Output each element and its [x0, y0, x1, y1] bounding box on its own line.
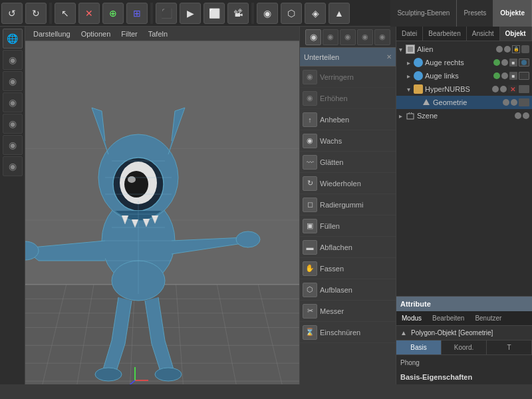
move-x-button[interactable]: ✕: [78, 3, 100, 24]
select-button[interactable]: ↖: [55, 3, 76, 24]
attr-tab-bearbeiten[interactable]: Bearbeiten: [427, 311, 469, 325]
geometrie-label: Geometrie: [433, 98, 503, 106]
menu-tafeln[interactable]: Tafeln: [143, 29, 173, 39]
alien-vis-2[interactable]: [504, 46, 511, 53]
sculpt-btn-4[interactable]: ◉: [357, 29, 373, 45]
geometrie-tag[interactable]: [519, 98, 529, 106]
radiergummi-button[interactable]: ◻ Radiergummi: [300, 194, 396, 215]
auge-rechts-vis-gray[interactable]: [501, 59, 508, 66]
prop-tab-basis[interactable]: Basis: [396, 340, 442, 354]
einschnueren-button[interactable]: ⌛ Einschnüren: [300, 322, 396, 343]
tree-expand-auge-rechts[interactable]: ▸: [407, 59, 414, 66]
hypernurbs-label: HyperNURBS: [425, 85, 492, 93]
tree-item-hypernurbs[interactable]: ▾ HyperNURBS ✕: [396, 82, 532, 96]
szene-label: Szene: [417, 112, 515, 120]
fassen-button[interactable]: ✋ Fassen: [300, 258, 396, 279]
auge-links-vis-gray[interactable]: [501, 72, 508, 79]
sculpt-btn-2[interactable]: ◉: [323, 29, 338, 45]
glaetten-button[interactable]: 〰 Glätten: [300, 152, 396, 173]
datei-menu[interactable]: Datei: [396, 27, 423, 41]
verringern-button[interactable]: ◉ Verringern: [300, 66, 396, 88]
tree-item-szene[interactable]: ▸ Szene: [396, 109, 532, 122]
sculpt-btn-3[interactable]: ◉: [340, 29, 356, 45]
move-z-button[interactable]: ⊞: [126, 3, 148, 24]
tree-expand-szene[interactable]: ▸: [399, 112, 406, 120]
cube-button[interactable]: ⬛: [156, 3, 177, 24]
nurbs-button[interactable]: ⬡: [281, 3, 302, 24]
object-tree: ▾ Alien 🔒 ▸ Auge rechts: [396, 41, 532, 296]
tree-item-auge-links[interactable]: ▸ Auge links ■: [396, 69, 532, 82]
auge-links-tag[interactable]: [519, 72, 529, 80]
menu-filter[interactable]: Filter: [116, 29, 142, 39]
tool-2[interactable]: ◉: [3, 50, 23, 70]
attr-phong-label: Phong: [400, 359, 420, 366]
sculpting-ebenen-tab[interactable]: Sculpting-Ebenen: [390, 0, 457, 27]
auge-rechts-vis-green[interactable]: [493, 59, 500, 66]
render-button[interactable]: 📽: [227, 3, 249, 24]
svg-point-24: [236, 231, 260, 247]
aufblasen-label: Aufblasen: [320, 286, 352, 294]
tree-expand-alien[interactable]: ▾: [399, 46, 406, 53]
sculpt-btn-5[interactable]: ◉: [374, 29, 390, 45]
tree-item-geometrie[interactable]: Geometrie: [396, 96, 532, 109]
alien-tag-icon[interactable]: [521, 45, 529, 53]
prop-tab-koord[interactable]: Koord.: [442, 340, 487, 354]
fuellen-button[interactable]: ▣ Füllen: [300, 215, 396, 237]
play-button[interactable]: ▶: [180, 3, 201, 24]
wiederholen-icon: ↻: [303, 176, 317, 191]
menu-optionen[interactable]: Optionen: [76, 29, 116, 39]
taper-button[interactable]: ▲: [329, 3, 350, 24]
auge-rechts-tag[interactable]: [519, 59, 529, 66]
undo-button[interactable]: ↺: [1, 3, 23, 24]
alien-vis-1[interactable]: [496, 46, 503, 53]
tool-5[interactable]: ◉: [3, 114, 23, 134]
frame-button[interactable]: ⬜: [203, 3, 225, 24]
geometrie-vis-2[interactable]: [511, 99, 517, 106]
character-viewport[interactable]: [25, 41, 299, 384]
hypernurbs-vis-2[interactable]: [500, 86, 507, 92]
tool-6[interactable]: ◉: [3, 135, 23, 155]
redo-button[interactable]: ↻: [25, 3, 47, 24]
viewport-3d[interactable]: Darstellung Optionen Filter Tafeln ⊕ ↻ ⊞…: [25, 27, 299, 384]
objekte-tab[interactable]: Objekte: [493, 0, 532, 27]
wachs-button[interactable]: ◉ Wachs: [300, 130, 396, 152]
ansicht-menu[interactable]: Ansicht: [467, 27, 500, 41]
wiederholen-button[interactable]: ↻ Wiederholen: [300, 173, 396, 194]
tree-item-alien[interactable]: ▾ Alien 🔒: [396, 43, 532, 56]
anheben-button[interactable]: ↑ Anheben: [300, 109, 396, 130]
move-y-button[interactable]: ⊕: [102, 3, 124, 24]
erhoehen-button[interactable]: ◉ Erhöhen: [300, 88, 396, 109]
alien-lock-icon[interactable]: 🔒: [512, 45, 520, 53]
bearbeiten-menu[interactable]: Bearbeiten: [423, 27, 466, 41]
unterteilen-button[interactable]: Unterteilen ✕: [300, 48, 396, 66]
auge-links-vis-green[interactable]: [493, 72, 500, 79]
prop-tab-t[interactable]: T: [487, 340, 532, 354]
sculpt-btn-1[interactable]: ◉: [305, 29, 321, 45]
szene-vis-2[interactable]: [523, 112, 529, 119]
tool-4[interactable]: ◉: [3, 92, 23, 112]
geometrie-vis-1[interactable]: [503, 99, 509, 106]
hypernurbs-vis-1[interactable]: [492, 86, 499, 92]
menu-darstellung[interactable]: Darstellung: [28, 29, 76, 39]
tree-item-auge-rechts[interactable]: ▸ Auge rechts ■: [396, 56, 532, 69]
sphere-button[interactable]: ◉: [257, 3, 278, 24]
tree-expand-hypernurbs[interactable]: ▾: [407, 86, 414, 93]
auge-rechts-visibility: ■: [493, 59, 529, 66]
messer-button[interactable]: ✂ Messer: [300, 301, 396, 322]
tool-3[interactable]: ◉: [3, 71, 23, 91]
top-toolbar: ↺ ↻ ↖ ✕ ⊕ ⊞ ⬛ ▶ ⬜ 📽 ◉ ⬡ ◈ ▲ Sculpting-Eb…: [0, 0, 532, 27]
objekt-menu[interactable]: Objekt: [500, 27, 532, 41]
hypernurbs-x-icon[interactable]: ✕: [508, 85, 517, 93]
tree-expand-auge-links[interactable]: ▸: [407, 72, 414, 80]
aufblasen-button[interactable]: ⬡ Aufblasen: [300, 279, 396, 301]
globe-tool[interactable]: 🌐: [3, 29, 23, 49]
attr-tab-benutzer[interactable]: Benutzer: [469, 311, 507, 325]
abflachen-button[interactable]: ▬ Abflachen: [300, 237, 396, 258]
szene-vis-1[interactable]: [515, 112, 521, 119]
attr-tab-modus[interactable]: Modus: [396, 311, 427, 325]
presets-tab[interactable]: Presets: [457, 0, 493, 27]
deform-button[interactable]: ◈: [305, 3, 326, 24]
hypernurbs-tag[interactable]: [519, 85, 529, 93]
tool-7[interactable]: ◉: [3, 156, 23, 176]
left-sidebar: 🌐 ◉ ◉ ◉ ◉ ◉ ◉: [0, 27, 25, 384]
